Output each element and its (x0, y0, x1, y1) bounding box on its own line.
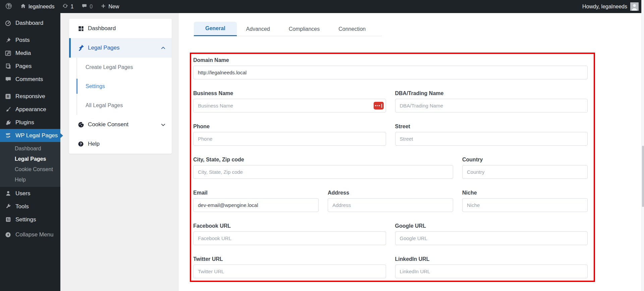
update-count: 1 (70, 4, 73, 10)
twitter-url-input[interactable] (193, 265, 386, 278)
sidebar-item-comments[interactable]: Comments (0, 73, 60, 86)
address-field: Address (328, 190, 453, 212)
site-name-link[interactable]: legalneeds (20, 3, 54, 10)
admin-sidebar: Dashboard Posts Media Pages Comments (0, 13, 60, 291)
city-state-zip-field: City, State, Zip code (193, 156, 453, 179)
comment-icon (82, 3, 87, 10)
vertical-scrollbar[interactable] (641, 0, 644, 291)
phone-input[interactable] (193, 132, 386, 146)
street-input[interactable] (395, 132, 588, 146)
submenu-item-cookie-consent[interactable]: Cookie Consent (0, 164, 60, 174)
grid-icon (77, 25, 85, 32)
email-label: Email (193, 190, 319, 196)
country-input[interactable] (462, 165, 588, 179)
sidebar-item-appearance[interactable]: Appearance (0, 103, 60, 116)
admin-top-bar: legalneeds 1 0 New Howdy, legalneeds (0, 0, 641, 13)
update-icon (62, 3, 68, 10)
plugin-nav-legal-pages[interactable]: Legal Pages (69, 38, 172, 58)
tab-general[interactable]: General (194, 22, 237, 36)
facebook-url-input[interactable] (193, 231, 386, 245)
domain-name-label: Domain Name (193, 57, 588, 63)
submenu-item-help[interactable]: Help (0, 174, 60, 185)
domain-name-input[interactable] (193, 66, 588, 79)
user-icon (4, 190, 12, 197)
twitter-url-label: Twitter URL (193, 256, 386, 262)
submenu-item-legal-pages[interactable]: Legal Pages (0, 154, 60, 164)
facebook-url-field: Facebook URL (193, 223, 386, 245)
business-name-label: Business Name (193, 90, 386, 96)
facebook-url-label: Facebook URL (193, 223, 386, 229)
settings-tabbar: General Advanced Compliances Connection (194, 22, 382, 36)
tab-advanced[interactable]: Advanced (237, 22, 279, 36)
user-avatar[interactable] (630, 2, 639, 11)
home-icon (20, 3, 26, 10)
updates-link[interactable]: 1 (62, 3, 73, 10)
domain-name-field: Domain Name (193, 57, 588, 79)
plugin-nav-create-legal-pages[interactable]: Create Legal Pages (69, 58, 172, 77)
howdy-account-link[interactable]: Howdy, legalneeds (582, 4, 627, 10)
sidebar-item-wp-legal-pages[interactable]: WP:LP WP Legal Pages (0, 129, 60, 142)
comment-count: 0 (90, 4, 93, 10)
new-label: New (108, 4, 119, 10)
city-state-zip-input[interactable] (193, 165, 453, 179)
highlighted-form-region: Domain Name Business Name DBA/Trading Na… (190, 53, 595, 282)
wordpress-logo-menu[interactable] (5, 3, 12, 11)
plugin-nav-dashboard[interactable]: Dashboard (69, 19, 172, 38)
country-field: Country (462, 156, 588, 179)
sidebar-item-dashboard[interactable]: Dashboard (0, 16, 60, 29)
plugin-nav-cookie-consent[interactable]: Cookie Consent (69, 115, 172, 134)
collapse-menu-button[interactable]: Collapse Menu (0, 228, 60, 241)
password-manager-autofill-icon[interactable] (374, 102, 384, 110)
plugin-nav-help[interactable]: ? Help (69, 134, 172, 154)
niche-input[interactable] (462, 198, 588, 212)
wordpress-logo-icon (5, 3, 12, 11)
wp-legal-pages-logo-icon: WP:LP (4, 132, 12, 139)
sidebar-item-users[interactable]: Users (0, 187, 60, 200)
comments-link[interactable]: 0 (82, 3, 93, 10)
google-url-input[interactable] (395, 231, 588, 245)
comment-bubble-icon (4, 76, 12, 83)
google-url-field: Google URL (395, 223, 588, 245)
linkedin-url-input[interactable] (395, 265, 588, 278)
street-field: Street (395, 123, 588, 146)
chevron-up-icon (161, 46, 166, 51)
phone-label: Phone (193, 123, 386, 130)
niche-field: Niche (462, 190, 588, 212)
sidebar-item-posts[interactable]: Posts (0, 33, 60, 47)
site-name-label: legalneeds (29, 4, 54, 10)
email-field: Email (193, 190, 319, 212)
gavel-icon (77, 44, 85, 52)
plugin-nav-settings[interactable]: Settings (69, 77, 172, 96)
responsive-r-icon: R (4, 93, 12, 100)
chevron-down-icon (161, 122, 166, 127)
sidebar-item-plugins[interactable]: Plugins (0, 116, 60, 129)
phone-field: Phone (193, 123, 386, 146)
tab-connection[interactable]: Connection (329, 22, 375, 36)
dba-trading-name-input[interactable] (395, 99, 588, 113)
new-content-button[interactable]: New (101, 3, 119, 10)
sidebar-item-media[interactable]: Media (0, 47, 60, 60)
help-icon: ? (77, 140, 85, 148)
sidebar-item-tools[interactable]: Tools (0, 200, 60, 213)
sidebar-item-settings[interactable]: Settings (0, 213, 60, 226)
submenu-item-dashboard[interactable]: Dashboard (0, 143, 60, 154)
sidebar-item-pages[interactable]: Pages (0, 60, 60, 73)
main-content-panel: General Advanced Compliances Connection … (179, 13, 641, 291)
legal-pages-submenu: Create Legal Pages Settings All Legal Pa… (69, 58, 172, 115)
pushpin-icon (4, 37, 12, 44)
business-name-input[interactable] (193, 99, 386, 113)
sidebar-item-responsive[interactable]: R Responsive (0, 90, 60, 103)
dba-trading-name-label: DBA/Trading Name (395, 90, 588, 96)
plug-icon (4, 119, 12, 126)
dashboard-gauge-icon (4, 19, 12, 27)
scrollbar-thumb[interactable] (642, 146, 644, 207)
svg-text:R: R (7, 94, 9, 98)
media-icon (4, 50, 12, 57)
svg-text:?: ? (80, 142, 82, 146)
address-input[interactable] (328, 198, 453, 212)
google-url-label: Google URL (395, 223, 588, 229)
paintbrush-icon (4, 106, 12, 113)
plugin-nav-all-legal-pages[interactable]: All Legal Pages (69, 96, 172, 115)
tab-compliances[interactable]: Compliances (279, 22, 329, 36)
email-input[interactable] (193, 198, 319, 212)
